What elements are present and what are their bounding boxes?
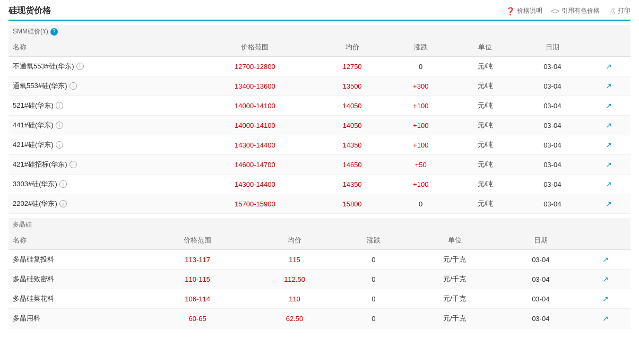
row-date: 03-04: [518, 57, 587, 76]
header-actions: ❓ 价格说明 <> 引用有色价格 🖨 打印: [506, 6, 631, 15]
cite-price-label: 引用有色价格: [562, 6, 600, 15]
row-chart-link[interactable]: ↗: [587, 57, 631, 76]
chart-icon[interactable]: ↗: [602, 314, 609, 323]
question-icon: ❓: [506, 7, 515, 15]
chart-icon[interactable]: ↗: [602, 275, 609, 283]
row-chart-link[interactable]: ↗: [581, 309, 631, 328]
print-icon: 🖨: [608, 7, 616, 15]
chart-icon[interactable]: ↗: [606, 160, 612, 169]
table-row: 通氧553#硅(华东) i 13400-13600 13500 +300 元/吨…: [8, 76, 631, 96]
section2-header-row: 名称 价格范围 均价 涨跌 单位 日期: [8, 231, 631, 250]
row-change: +100: [388, 175, 453, 194]
col-avg-1: 均价: [316, 38, 388, 57]
chart-icon[interactable]: ↗: [606, 180, 612, 188]
row-unit: 元/吨: [453, 57, 517, 76]
section2-label: 多晶硅: [8, 218, 631, 231]
row-unit: 元/吨: [453, 76, 517, 96]
chart-icon[interactable]: ↗: [606, 141, 612, 149]
row-avg: 15800: [316, 194, 388, 214]
row-price-range: 13400-13600: [194, 76, 316, 96]
chart-icon[interactable]: ↗: [602, 255, 609, 264]
row-price-range: 14000-14100: [194, 116, 316, 135]
row-change: +100: [388, 116, 453, 135]
table-row: 多晶用料 60-65 62.50 0 元/千克 03-04 ↗: [8, 309, 631, 328]
section1-label: SMM硅价(¥) ?: [8, 25, 631, 38]
row-change: 0: [339, 289, 408, 309]
row-chart-link[interactable]: ↗: [587, 175, 631, 194]
chart-icon[interactable]: ↗: [606, 62, 612, 71]
row-change: 0: [339, 270, 408, 289]
section1-table-container: 名称 价格范围 均价 涨跌 单位 日期 不通氧553#硅(华东) i 12700…: [8, 38, 631, 214]
chart-icon[interactable]: ↗: [606, 121, 612, 129]
col-change-2: 涨跌: [339, 231, 408, 250]
row-avg: 14050: [316, 116, 388, 135]
section1-info-icon[interactable]: ?: [50, 28, 58, 36]
cite-price-button[interactable]: <> 引用有色价格: [551, 6, 600, 15]
row-info-icon[interactable]: i: [59, 200, 67, 207]
row-chart-link[interactable]: ↗: [587, 96, 631, 116]
row-chart-link[interactable]: ↗: [581, 270, 631, 289]
row-price-range: 14600-14700: [194, 155, 316, 175]
row-date: 03-04: [518, 175, 587, 194]
row-info-icon[interactable]: i: [56, 102, 63, 109]
print-label: 打印: [618, 6, 631, 15]
row-name: 多晶硅致密料: [8, 270, 145, 289]
row-chart-link[interactable]: ↗: [581, 250, 631, 270]
row-chart-link[interactable]: ↗: [587, 194, 631, 214]
row-change: +300: [388, 76, 453, 96]
row-info-icon[interactable]: i: [56, 122, 63, 129]
chart-icon[interactable]: ↗: [606, 101, 612, 110]
row-avg: 13500: [316, 76, 388, 96]
row-chart-link[interactable]: ↗: [581, 289, 631, 309]
col-chart-1: [587, 38, 631, 57]
row-avg: 14050: [316, 96, 388, 116]
row-change: +100: [388, 96, 453, 116]
chart-icon[interactable]: ↗: [606, 200, 612, 208]
row-info-icon[interactable]: i: [76, 63, 84, 70]
row-avg: 12750: [316, 57, 388, 76]
row-date: 03-04: [518, 76, 587, 96]
row-date: 03-04: [518, 155, 587, 175]
row-chart-link[interactable]: ↗: [587, 76, 631, 96]
row-name: 421#硅招标(华东) i: [8, 155, 194, 175]
row-change: 0: [339, 250, 408, 270]
col-price-range-1: 价格范围: [194, 38, 316, 57]
row-info-icon[interactable]: i: [59, 180, 67, 188]
row-date: 03-04: [501, 289, 581, 309]
col-name-1: 名称: [8, 38, 194, 57]
price-explain-button[interactable]: ❓ 价格说明: [506, 6, 542, 15]
table-row: 421#硅招标(华东) i 14600-14700 14650 +50 元/吨 …: [8, 155, 631, 175]
chart-icon[interactable]: ↗: [606, 82, 612, 90]
row-chart-link[interactable]: ↗: [587, 155, 631, 175]
row-info-icon[interactable]: i: [70, 82, 77, 90]
row-name: 多晶用料: [8, 309, 145, 328]
row-price-range: 15700-15900: [194, 194, 316, 214]
print-button[interactable]: 🖨 打印: [608, 6, 631, 15]
row-info-icon[interactable]: i: [56, 141, 63, 149]
row-name: 3303#硅(华东) i: [8, 175, 194, 194]
col-chart-2: [581, 231, 631, 250]
row-date: 03-04: [501, 270, 581, 289]
row-name: 多晶硅菜花料: [8, 289, 145, 309]
row-name: 441#硅(华东) i: [8, 116, 194, 135]
section1-table: 名称 价格范围 均价 涨跌 单位 日期 不通氧553#硅(华东) i 12700…: [8, 38, 631, 214]
row-chart-link[interactable]: ↗: [587, 135, 631, 155]
table-row: 441#硅(华东) i 14000-14100 14050 +100 元/吨 0…: [8, 116, 631, 135]
col-name-2: 名称: [8, 231, 145, 250]
code-icon: <>: [551, 7, 559, 15]
row-change: 0: [339, 309, 408, 328]
table-row: 3303#硅(华东) i 14300-14400 14350 +100 元/吨 …: [8, 175, 631, 194]
row-chart-link[interactable]: ↗: [587, 116, 631, 135]
row-price-range: 14300-14400: [194, 135, 316, 155]
row-name: 多晶硅复投料: [8, 250, 145, 270]
row-unit: 元/千克: [408, 309, 500, 328]
table-row: 多晶硅菜花料 106-114 110 0 元/千克 03-04 ↗: [8, 289, 631, 309]
col-date-2: 日期: [501, 231, 581, 250]
row-avg: 62.50: [251, 309, 339, 328]
chart-icon[interactable]: ↗: [602, 294, 609, 303]
row-date: 03-04: [518, 135, 587, 155]
row-unit: 元/千克: [408, 250, 500, 270]
row-date: 03-04: [518, 194, 587, 214]
row-unit: 元/吨: [453, 155, 517, 175]
row-info-icon[interactable]: i: [70, 161, 77, 168]
